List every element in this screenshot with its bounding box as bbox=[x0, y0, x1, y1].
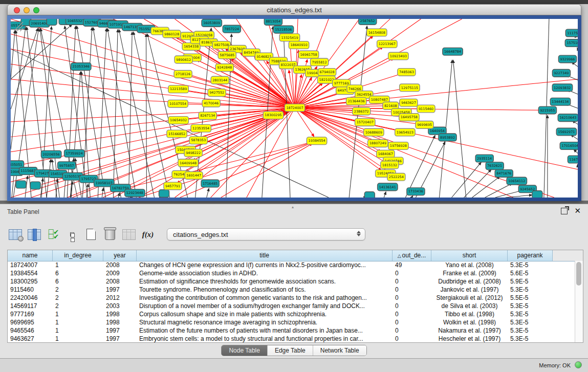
graph-node-label: 9215955 bbox=[540, 108, 555, 113]
panel-resize-handle[interactable]: ▴ bbox=[292, 205, 294, 209]
unselect-all-columns-icon[interactable] bbox=[65, 227, 79, 242]
tab-edge-table[interactable]: Edge Table bbox=[268, 345, 313, 356]
graph-node[interactable] bbox=[532, 191, 542, 198]
graph-edge[interactable] bbox=[221, 143, 313, 198]
graph-edge[interactable] bbox=[77, 26, 105, 198]
table-select-dropdown[interactable]: citations_edges.txt bbox=[167, 228, 365, 240]
graph-node-label: 1640954 bbox=[430, 129, 445, 133]
select-all-columns-icon[interactable]: ☐✔☐✔ bbox=[46, 227, 60, 242]
graph-node[interactable] bbox=[47, 19, 57, 25]
graph-edge[interactable] bbox=[118, 193, 119, 198]
column-header-year[interactable]: year bbox=[103, 250, 137, 261]
cell-out_de...: 0 bbox=[393, 277, 431, 286]
graph-node-label: 4170046 bbox=[204, 101, 219, 105]
graph-edge[interactable] bbox=[11, 28, 38, 109]
table-row[interactable]: 1938455462009Genome-wide association stu… bbox=[8, 269, 575, 277]
graph-node-label: 9115460 bbox=[419, 107, 433, 111]
table-row[interactable]: 946554611997Estimation of the future num… bbox=[8, 326, 575, 335]
function-builder-icon[interactable]: f(x) bbox=[141, 227, 155, 242]
graph-node-label: 9146821 bbox=[256, 55, 271, 59]
cell-title: Changes of HCN gene expression and I(f) … bbox=[137, 261, 393, 269]
graph-node-label: 21053346 bbox=[73, 64, 90, 69]
graph-node-label: 10807487 bbox=[371, 98, 388, 102]
graph-edge[interactable] bbox=[452, 162, 482, 198]
table-row[interactable]: 1872400712008Changes of HCN gene express… bbox=[8, 261, 575, 269]
cell-in_degree: 2 bbox=[53, 294, 103, 302]
graph-edge[interactable] bbox=[384, 192, 386, 198]
table-row[interactable]: 1456911722003Disruption of a novel membe… bbox=[8, 302, 575, 310]
graph-edge[interactable] bbox=[577, 164, 578, 167]
close-panel-icon[interactable]: ✕ bbox=[574, 206, 581, 215]
graph-node[interactable] bbox=[30, 182, 40, 189]
memory-status-label: Memory: OK bbox=[539, 362, 571, 368]
graph-node-label: 12505135 bbox=[64, 174, 81, 179]
graph-edge[interactable] bbox=[207, 188, 209, 198]
graph-node-label: 16495758 bbox=[401, 115, 418, 119]
graph-node[interactable] bbox=[364, 192, 375, 198]
cell-out_de...: 0 bbox=[393, 318, 431, 326]
graph-node-label: 18300295 bbox=[265, 114, 281, 118]
column-header-in_degree[interactable]: in_degree bbox=[53, 250, 103, 261]
graph-node-label: 16409948 bbox=[180, 161, 197, 165]
network-graph[interactable]: 2405572420691406106553271527602946616010… bbox=[11, 19, 578, 198]
table-row[interactable]: 977716911998Corpus callosum shape and si… bbox=[8, 310, 575, 318]
network-canvas[interactable]: 2405572420691406106553271527602946616010… bbox=[11, 19, 578, 198]
column-header-out_de...[interactable]: △out_de... bbox=[393, 250, 431, 261]
cell-in_degree: 6 bbox=[53, 277, 103, 286]
cell-short: de Silva et al. (2003) bbox=[431, 302, 508, 310]
tab-network-table[interactable]: Network Table bbox=[313, 345, 366, 356]
table-row[interactable]: 946362711997Embryonic stem cells: a mode… bbox=[8, 335, 575, 342]
table-row[interactable]: 969969511998Structural magnetic resonanc… bbox=[8, 318, 575, 326]
graph-node-label: 5875685 bbox=[220, 53, 234, 57]
cell-title: Disruption of a novel member of a sodium… bbox=[137, 302, 393, 310]
column-header-pagerank[interactable]: pagerank bbox=[508, 250, 553, 261]
graph-node-label: 1835051 bbox=[11, 163, 23, 167]
dropdown-stepper-icon bbox=[357, 231, 361, 236]
cell-out_de...: 0 bbox=[393, 294, 431, 302]
graph-edge[interactable] bbox=[453, 60, 466, 198]
cell-year: 1998 bbox=[103, 310, 137, 318]
column-header-title[interactable]: title bbox=[137, 250, 393, 261]
graph-edge[interactable] bbox=[146, 34, 147, 198]
graph-node-label: 11175953 bbox=[567, 31, 578, 35]
delete-column-icon[interactable] bbox=[103, 227, 117, 242]
graph-node-label: 9498222 bbox=[186, 151, 201, 155]
graph-node-label: 9463627 bbox=[401, 101, 416, 105]
graph-node-label: 2522254 bbox=[389, 175, 404, 179]
column-header-name[interactable]: name bbox=[8, 250, 53, 261]
cell-out_de...: 0 bbox=[393, 326, 431, 335]
show-columns-icon[interactable] bbox=[27, 227, 41, 242]
tab-node-table[interactable]: Node Table bbox=[222, 345, 268, 356]
table-row[interactable]: 1830029562008Estimation of significance … bbox=[8, 277, 575, 286]
float-panel-icon[interactable] bbox=[561, 208, 568, 214]
table-row[interactable]: 911546021997Tourette syndrome. Phenomeno… bbox=[8, 286, 575, 294]
graph-edge[interactable] bbox=[289, 70, 295, 108]
graph-node[interactable] bbox=[159, 190, 169, 198]
cell-title: Investigating the contribution of common… bbox=[137, 294, 393, 302]
graph-node-label: 9699695 bbox=[417, 123, 432, 127]
graph-edge[interactable] bbox=[134, 32, 170, 198]
network-window-titlebar[interactable]: citations_edges.txt bbox=[7, 4, 581, 15]
graph-edge[interactable] bbox=[472, 177, 500, 198]
new-column-icon[interactable] bbox=[84, 227, 98, 242]
cell-out_de...: 0 bbox=[393, 269, 431, 277]
resize-grip-icon[interactable] bbox=[11, 19, 26, 32]
table-scrollbar[interactable] bbox=[575, 261, 583, 342]
header-filler bbox=[553, 250, 583, 261]
graph-node[interactable] bbox=[16, 181, 26, 188]
graph-node-label: 10654112 bbox=[508, 179, 525, 183]
column-header-short[interactable]: short bbox=[431, 250, 508, 261]
graph-node-label: 19756928 bbox=[390, 144, 407, 148]
table-scrollbar-thumb[interactable] bbox=[576, 262, 581, 286]
table-row[interactable]: 2242004622012Investigating the contribut… bbox=[8, 294, 575, 302]
graph-edge[interactable] bbox=[93, 28, 121, 198]
graph-edge[interactable] bbox=[102, 188, 103, 198]
table-settings-icon[interactable] bbox=[8, 227, 23, 242]
graph-edge[interactable] bbox=[290, 42, 295, 107]
cell-pagerank: 5.9E-5 bbox=[508, 277, 553, 286]
graph-node-label: 8267134 bbox=[200, 114, 215, 118]
graph-edge[interactable] bbox=[411, 195, 412, 198]
graph-edge[interactable] bbox=[574, 149, 578, 154]
cell-title: Genome-wide association studies in ADHD. bbox=[137, 269, 393, 277]
graph-edge[interactable] bbox=[577, 48, 578, 49]
